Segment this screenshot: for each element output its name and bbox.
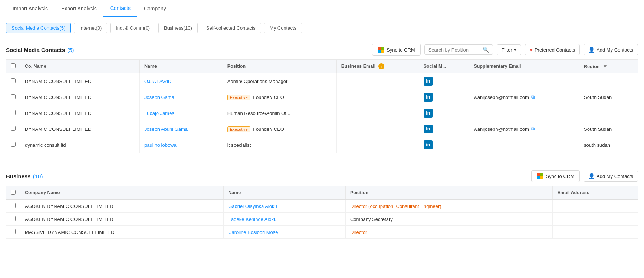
select-all-checkbox-business[interactable] <box>11 190 16 195</box>
cell-name-business: Gabriel Olayinka Aloku <box>224 200 346 213</box>
tab-social-media[interactable]: Social Media Contacts(5) <box>6 23 71 33</box>
cell-business-email <box>336 121 419 137</box>
cell-business-email <box>336 105 419 121</box>
cell-social-media[interactable]: in <box>419 121 469 137</box>
linkedin-icon[interactable]: in <box>424 93 433 102</box>
cell-region: South Sudan <box>579 89 638 105</box>
nav-export-analysis[interactable]: Export Analysis <box>55 0 104 17</box>
cell-name: OJJA DAVID <box>139 73 223 89</box>
heart-icon: ♥ <box>530 47 533 53</box>
col-header-supp-email: Supplementary Email <box>469 60 579 73</box>
tab-internet[interactable]: Internet(0) <box>74 23 107 33</box>
tab-business[interactable]: Business(10) <box>158 23 198 33</box>
cell-position-business: Director (occupation: Consultant Enginee… <box>345 200 552 213</box>
sync-to-crm-button-business[interactable]: Sync to CRM <box>531 170 580 182</box>
nav-import-analysis[interactable]: Import Analysis <box>6 0 55 17</box>
row-checkbox[interactable] <box>6 105 20 121</box>
top-navigation: Import Analysis Export Analysis Contacts… <box>0 0 644 17</box>
cell-position: it specialist <box>223 137 336 153</box>
linkedin-icon[interactable]: in <box>424 125 433 133</box>
tab-my-contacts[interactable]: My Contacts <box>264 23 302 33</box>
cell-co-name: DYNAMIC CONSULT LIMITED <box>20 105 140 121</box>
cell-social-media[interactable]: in <box>419 89 469 105</box>
business-section-header: Business (10) Sync to CRM 👤 Add My Conta… <box>0 166 644 186</box>
business-title: Business <box>6 173 31 179</box>
cell-business-email <box>336 137 419 153</box>
col-header-name-business: Name <box>224 186 346 200</box>
sync-to-crm-button[interactable]: Sync to CRM <box>372 44 421 56</box>
linkedin-icon[interactable]: in <box>424 77 433 86</box>
table-row: AGOKEN DYNAMIC CONSULT LIMITED Gabriel O… <box>6 200 638 213</box>
search-position-input[interactable] <box>428 47 480 53</box>
user-icon: 👤 <box>588 47 595 53</box>
table-row: AGOKEN DYNAMIC CONSULT LIMITED Fadeke Ke… <box>6 213 638 226</box>
cell-position: Admin/ Operations Manager <box>223 73 336 89</box>
row-checkbox[interactable] <box>6 89 20 105</box>
tab-self-collected[interactable]: Self-collected Contacts <box>201 23 261 33</box>
table-row: DYNAMIC CONSULT LIMITED OJJA DAVID Admin… <box>6 73 638 89</box>
cell-co-name: DYNAMIC CONSULT LIMITED <box>20 89 140 105</box>
add-my-contacts-button-business[interactable]: 👤 Add My Contacts <box>584 171 638 182</box>
nav-company[interactable]: Company <box>137 0 173 17</box>
row-checkbox[interactable] <box>6 213 20 226</box>
add-my-contacts-button-social[interactable]: 👤 Add My Contacts <box>584 44 638 55</box>
cell-supp-email <box>469 73 579 89</box>
cell-company-name: MASSIVE DYNAMIC CONSULT LIMITED <box>20 226 224 239</box>
microsoft-icon-business <box>537 173 543 179</box>
linkedin-icon[interactable]: in <box>424 109 433 118</box>
info-icon: i <box>378 63 384 69</box>
row-checkbox[interactable] <box>6 200 20 213</box>
preferred-contacts-button[interactable]: ♥ Preferred Contacts <box>525 44 580 55</box>
table-row: MASSIVE DYNAMIC CONSULT LIMITED Caroline… <box>6 226 638 239</box>
executive-tag: Executive <box>227 95 250 100</box>
social-media-actions: Sync to CRM 🔍 Filter ▾ ♥ Preferred Conta… <box>372 44 638 56</box>
cell-position: Executive Founder/ CEO <box>223 89 336 105</box>
row-checkbox[interactable] <box>6 121 20 137</box>
cell-region <box>579 105 638 121</box>
cell-region: South Sudan <box>579 121 638 137</box>
cell-name: paulino lobowa <box>139 137 223 153</box>
cell-name-business: Caroline Bosibori Mose <box>224 226 346 239</box>
cell-supp-email <box>469 137 579 153</box>
cell-social-media[interactable]: in <box>419 105 469 121</box>
search-icon: 🔍 <box>483 47 489 53</box>
cell-region <box>579 73 638 89</box>
cell-company-name: AGOKEN DYNAMIC CONSULT LIMITED <box>20 213 224 226</box>
cell-email <box>553 200 638 213</box>
row-checkbox[interactable] <box>6 137 20 153</box>
col-header-checkbox <box>6 60 20 73</box>
cell-supp-email: wanijoseph@hotmail.com⧉ <box>469 89 579 105</box>
linkedin-icon[interactable]: in <box>424 140 433 149</box>
col-header-company-name: Company Name <box>20 186 224 200</box>
filter-tabs-container: Social Media Contacts(5) Internet(0) Ind… <box>0 17 644 39</box>
cell-supp-email: wanijoseph@hotmail.com⧉ <box>469 121 579 137</box>
cell-name-business: Fadeke Kehinde Aloku <box>224 213 346 226</box>
row-checkbox[interactable] <box>6 73 20 89</box>
select-all-checkbox-social[interactable] <box>11 63 16 68</box>
cell-position-business: Director <box>345 226 552 239</box>
cell-email <box>553 226 638 239</box>
tab-ind-comm[interactable]: Ind. & Comm(0) <box>110 23 155 33</box>
col-header-position: Position <box>223 60 336 73</box>
cell-social-media[interactable]: in <box>419 137 469 153</box>
filter-button[interactable]: Filter ▾ <box>497 44 521 55</box>
table-row: DYNAMIC CONSULT LIMITED Lubajo James Hum… <box>6 105 638 121</box>
filter-icon-region[interactable]: ▼ <box>602 63 608 69</box>
business-actions: Sync to CRM 👤 Add My Contacts <box>531 170 638 182</box>
cell-co-name: DYNAMIC CONSULT LIMITED <box>20 73 140 89</box>
col-header-social-m: Social M... <box>419 60 469 73</box>
table-row: dynamic consult ltd paulino lobowa it sp… <box>6 137 638 153</box>
social-media-title: Social Media Contacts <box>6 47 65 53</box>
copy-icon[interactable]: ⧉ <box>531 94 535 100</box>
cell-social-media[interactable]: in <box>419 73 469 89</box>
business-table: Company Name Name Position Email Address… <box>6 186 638 239</box>
search-position-box[interactable]: 🔍 <box>424 44 493 55</box>
col-header-checkbox-business <box>6 186 20 200</box>
social-media-section-header: Social Media Contacts (5) Sync to CRM 🔍 … <box>0 40 644 59</box>
row-checkbox[interactable] <box>6 226 20 239</box>
cell-name: Joseph Abuni Gama <box>139 121 223 137</box>
cell-business-email <box>336 73 419 89</box>
business-table-wrapper: Company Name Name Position Email Address… <box>0 186 644 239</box>
nav-contacts[interactable]: Contacts <box>104 0 137 17</box>
copy-icon[interactable]: ⧉ <box>531 126 535 132</box>
